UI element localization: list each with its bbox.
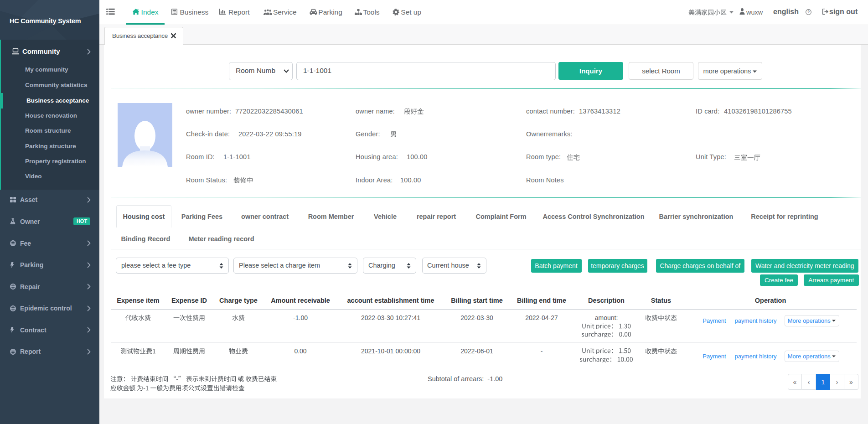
svg-text:?: ? [807,10,809,14]
